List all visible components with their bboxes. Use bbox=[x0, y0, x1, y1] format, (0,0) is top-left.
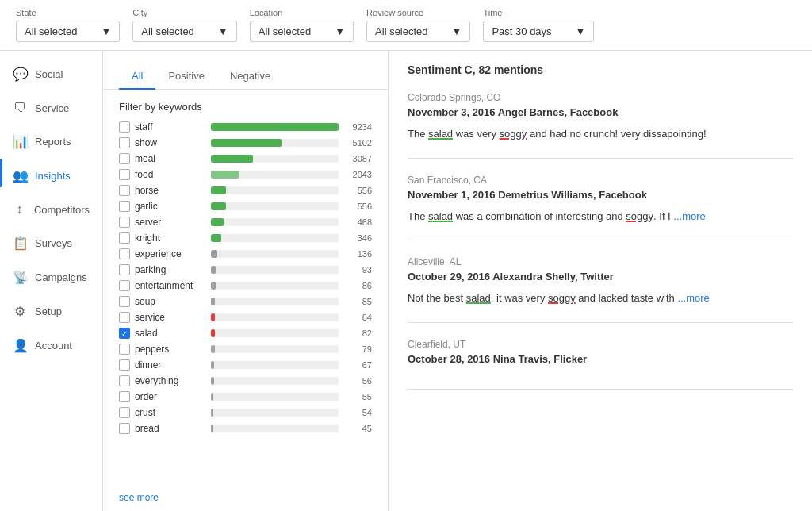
keyword-checkbox-service[interactable] bbox=[119, 312, 130, 323]
keyword-checkbox-soup[interactable] bbox=[119, 296, 130, 307]
review-text: The salad was very soggy and had no crun… bbox=[408, 126, 793, 142]
sidebar-item-wrapper-reports: 📊Reports bbox=[0, 125, 102, 159]
keyword-checkbox-crust[interactable] bbox=[119, 407, 130, 418]
keyword-name-experience: experience bbox=[135, 248, 206, 259]
keyword-checkbox-show[interactable] bbox=[119, 137, 130, 148]
sidebar-item-label-competitors: Competitors bbox=[34, 204, 90, 216]
reviews-header: Sentiment C, 82 mentions bbox=[408, 63, 793, 76]
keyword-name-meal: meal bbox=[135, 153, 206, 164]
keyword-bar-everything bbox=[211, 377, 214, 385]
see-more-button[interactable]: see more bbox=[103, 484, 388, 511]
keyword-bar-container-soup bbox=[211, 298, 339, 305]
keyword-row: service84 bbox=[119, 309, 372, 325]
filter-value-location: All selected bbox=[259, 25, 311, 37]
keyword-bar-meal bbox=[211, 155, 253, 163]
filter-group-city: CityAll selected▼ bbox=[132, 8, 236, 42]
review-card: San Francisco, CANovember 1, 2016 Demetr… bbox=[408, 175, 793, 241]
keyword-checkbox-bread[interactable] bbox=[119, 423, 130, 434]
filter-select-location[interactable]: All selected▼ bbox=[250, 21, 354, 42]
filter-group-state: StateAll selected▼ bbox=[16, 8, 120, 42]
sidebar-item-wrapper-insights: 👥Insights bbox=[0, 159, 102, 193]
keyword-checkbox-knight[interactable] bbox=[119, 232, 130, 244]
keyword-checkbox-everything[interactable] bbox=[119, 375, 130, 386]
keyword-checkbox-peppers[interactable] bbox=[119, 344, 130, 355]
keyword-name-parking: parking bbox=[135, 264, 206, 275]
social-icon: 💬 bbox=[13, 67, 27, 82]
keyword-checkbox-dinner[interactable] bbox=[119, 359, 130, 371]
service-icon: 🗨 bbox=[13, 101, 27, 115]
review-highlight-underline-green: salad bbox=[428, 128, 453, 140]
review-location: Colorado Springs, CO bbox=[408, 92, 793, 103]
keyword-checkbox-meal[interactable] bbox=[119, 153, 130, 164]
keyword-name-knight: knight bbox=[135, 232, 206, 244]
keyword-bar-container-order bbox=[211, 393, 339, 401]
filter-select-state[interactable]: All selected▼ bbox=[16, 21, 120, 42]
keyword-count-soup: 85 bbox=[343, 297, 372, 306]
keyword-checkbox-server[interactable] bbox=[119, 217, 130, 228]
keyword-count-garlic: 556 bbox=[343, 202, 372, 211]
review-more-link[interactable]: ...more bbox=[673, 210, 705, 222]
chevron-down-icon-location: ▼ bbox=[335, 25, 345, 37]
review-highlight-underline-green: salad bbox=[466, 292, 491, 304]
keyword-name-everything: everything bbox=[135, 375, 206, 386]
sidebar-item-label-service: Service bbox=[35, 102, 69, 114]
keyword-checkbox-experience[interactable] bbox=[119, 248, 130, 259]
sidebar-item-wrapper-social: 💬Social bbox=[0, 57, 102, 91]
filter-select-time[interactable]: Past 30 days▼ bbox=[483, 21, 594, 42]
keyword-bar-entertainment bbox=[211, 282, 216, 290]
sidebar-item-reports[interactable]: 📊Reports bbox=[0, 125, 102, 159]
sidebar-item-campaigns[interactable]: 📡Campaigns bbox=[0, 260, 102, 294]
tab-positive[interactable]: Positive bbox=[155, 63, 217, 90]
competitors-icon: ↕ bbox=[13, 202, 26, 217]
keyword-checkbox-food[interactable] bbox=[119, 169, 130, 180]
keyword-checkbox-entertainment[interactable] bbox=[119, 280, 130, 291]
keyword-count-meal: 3087 bbox=[343, 154, 372, 163]
campaigns-icon: 📡 bbox=[13, 270, 27, 285]
tab-negative[interactable]: Negative bbox=[217, 63, 283, 90]
filter-select-city[interactable]: All selected▼ bbox=[132, 21, 236, 42]
keyword-row: experience136 bbox=[119, 246, 372, 262]
keyword-row: everything56 bbox=[119, 373, 372, 389]
keyword-checkbox-parking[interactable] bbox=[119, 264, 130, 275]
filter-value-state: All selected bbox=[25, 25, 77, 37]
keyword-checkbox-order[interactable] bbox=[119, 391, 130, 402]
keyword-checkbox-garlic[interactable] bbox=[119, 201, 130, 212]
keyword-row: staff9234 bbox=[119, 119, 372, 135]
keyword-count-bread: 45 bbox=[343, 424, 372, 433]
reviews-panel: Sentiment C, 82 mentions Colorado Spring… bbox=[389, 51, 812, 511]
tab-all[interactable]: All bbox=[119, 63, 155, 90]
sidebar-item-setup[interactable]: ⚙Setup bbox=[0, 294, 102, 328]
keyword-row: server468 bbox=[119, 214, 372, 230]
keyword-count-order: 55 bbox=[343, 392, 372, 402]
keyword-count-experience: 136 bbox=[343, 249, 372, 259]
keyword-bar-order bbox=[211, 393, 213, 401]
keyword-checkbox-salad[interactable] bbox=[119, 328, 130, 339]
sidebar-item-competitors[interactable]: ↕Competitors bbox=[0, 193, 102, 226]
keyword-count-dinner: 67 bbox=[343, 360, 372, 370]
reviews-list: Colorado Springs, CONovember 3, 2016 Ang… bbox=[408, 92, 793, 390]
active-indicator bbox=[0, 159, 2, 187]
keyword-row: salad82 bbox=[119, 325, 372, 341]
keyword-count-everything: 56 bbox=[343, 376, 372, 386]
sidebar-item-insights[interactable]: 👥Insights bbox=[0, 159, 102, 193]
keyword-bar-knight bbox=[211, 234, 221, 242]
sidebar-item-wrapper-account: 👤Account bbox=[0, 328, 102, 363]
sidebar-item-account[interactable]: 👤Account bbox=[0, 328, 102, 363]
sidebar-item-service[interactable]: 🗨Service bbox=[0, 91, 102, 125]
filter-label-location: Location bbox=[250, 8, 354, 17]
filter-select-review-source[interactable]: All selected▼ bbox=[366, 21, 470, 42]
insights-icon: 👥 bbox=[13, 168, 27, 183]
keyword-count-knight: 346 bbox=[343, 233, 372, 243]
keyword-bar-container-horse bbox=[211, 186, 339, 194]
filter-group-location: LocationAll selected▼ bbox=[250, 8, 354, 42]
review-more-link[interactable]: ...more bbox=[677, 292, 709, 304]
keyword-checkbox-horse[interactable] bbox=[119, 185, 130, 196]
sidebar-item-surveys[interactable]: 📋Surveys bbox=[0, 226, 102, 260]
filter-group-time: TimePast 30 days▼ bbox=[483, 8, 594, 42]
keyword-name-dinner: dinner bbox=[135, 359, 206, 371]
keyword-bar-bread bbox=[211, 425, 213, 432]
sidebar-item-social[interactable]: 💬Social bbox=[0, 57, 102, 91]
surveys-icon: 📋 bbox=[13, 236, 27, 251]
keyword-checkbox-staff[interactable] bbox=[119, 121, 130, 133]
keyword-bar-container-food bbox=[211, 171, 339, 179]
